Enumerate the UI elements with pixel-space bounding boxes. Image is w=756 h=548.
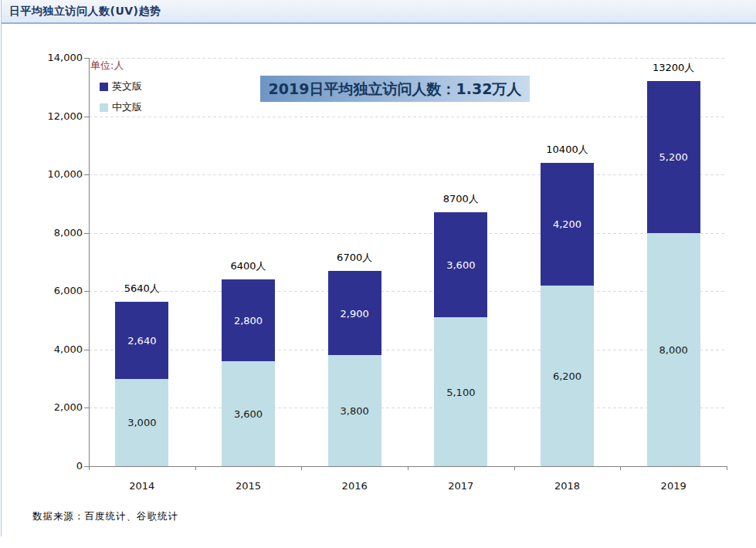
x-axis-tick-4: [514, 466, 515, 470]
bar-value-2016-chinese: 3,800: [341, 405, 369, 417]
bar-value-2019-english: 5,200: [659, 151, 688, 163]
bar-value-2017-english: 3,600: [446, 259, 475, 271]
x-axis-label-2018: 2018: [537, 480, 598, 492]
x-axis-label-2019: 2019: [642, 480, 704, 492]
bar-value-2015-chinese: 3,600: [234, 408, 263, 419]
gridline-4000: [89, 350, 727, 350]
y-axis-line: [89, 58, 90, 466]
y-axis-label-6000: 6,000: [36, 285, 83, 296]
gridline-14000: [89, 58, 727, 59]
x-axis-label-2017: 2017: [430, 480, 492, 492]
bar-value-2018-english: 4,200: [553, 218, 581, 230]
y-axis-label-2000: 2,000: [36, 401, 83, 413]
bar-total-2016: 6700人: [337, 251, 372, 265]
y-axis-label-4000: 4,000: [36, 343, 83, 355]
x-axis-tick-6: [727, 466, 727, 470]
x-axis-tick-0: [89, 466, 90, 470]
y-axis-label-8000: 8,000: [36, 227, 83, 238]
bar-total-2014: 5640人: [124, 282, 160, 296]
x-axis-tick-1: [195, 466, 196, 470]
y-axis-label-12000: 12,000: [36, 110, 83, 122]
bar-value-2019-chinese: 8,000: [659, 343, 688, 355]
gridline-2000: [89, 408, 727, 408]
panel-left-border: [1, 0, 2, 536]
y-axis-label-14000: 14,000: [36, 52, 83, 63]
y-axis-label-0: 0: [36, 460, 83, 472]
x-axis-label-2016: 2016: [324, 480, 385, 492]
report-panel: 日平均独立访问人数(UV)趋势 单位:人 英文版 中文版 2019日平均独立访问…: [0, 0, 756, 548]
bar-value-2014-english: 2,640: [127, 334, 156, 346]
bar-total-2019: 13200人: [653, 61, 694, 75]
x-axis-tick-2: [301, 466, 302, 470]
x-axis-label-2014: 2014: [111, 480, 173, 492]
bar-total-2017: 8700人: [443, 192, 479, 206]
gridline-10000: [89, 174, 727, 175]
y-axis-label-10000: 10,000: [36, 168, 83, 180]
x-axis-tick-5: [620, 466, 621, 470]
annotation-banner: 2019日平均独立访问人数：1.32万人: [260, 76, 530, 102]
bar-value-2014-chinese: 3,000: [127, 417, 156, 428]
x-axis-tick-3: [408, 466, 409, 470]
bar-total-2018: 10400人: [546, 143, 588, 157]
gridline-8000: [89, 233, 727, 234]
bar-total-2015: 6400人: [230, 259, 266, 273]
bar-value-2016-english: 2,900: [341, 307, 369, 319]
gridline-12000: [89, 117, 727, 117]
x-axis-label-2015: 2015: [218, 480, 280, 492]
data-source: 数据来源：百度统计、谷歌统计: [32, 510, 178, 523]
bar-value-2018-chinese: 6,200: [553, 370, 581, 381]
bar-value-2015-english: 2,800: [234, 315, 263, 326]
bar-value-2017-chinese: 5,100: [446, 386, 475, 397]
gridline-6000: [89, 291, 727, 292]
